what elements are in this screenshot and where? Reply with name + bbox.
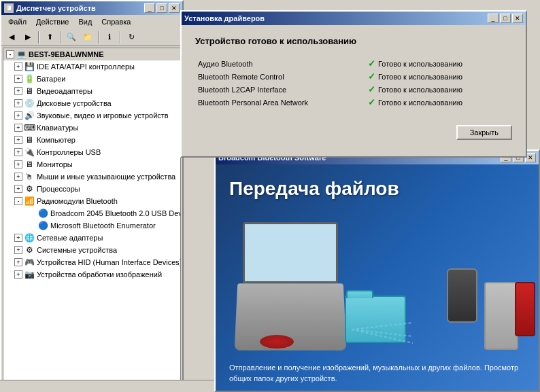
tree-item[interactable]: + 🌐 Сетевые адаптеры [3,232,180,244]
item-label: Батареи [37,75,66,83]
device-status-1: ✓ Готово к использованию [365,70,512,83]
check-icon-3: ✓ [368,97,375,107]
item-label: Устройства обработки изображений [37,270,162,279]
menu-file[interactable]: Файл [4,17,31,26]
tree-item[interactable]: + 🖥 Видеоадаптеры [3,85,180,97]
tree-item-broadcom[interactable]: 🔵 Broadcom 2045 Bluetooth 2.0 USB Device [3,207,180,219]
menu-bar: Файл Действие Вид Справка [1,15,182,29]
device-icon: 🖥 [24,159,35,170]
tree-item[interactable]: + ⚙ Процессоры [3,183,180,195]
device-icon: ⚙ [24,183,35,194]
item-label: Звуковые, видео и игровые устройств [37,111,169,120]
expand-icon[interactable]: + [14,99,22,107]
driver-maximize[interactable]: □ [500,14,511,23]
expand-icon[interactable]: + [14,234,22,242]
tree-item[interactable]: + 🔋 Батареи [3,73,180,85]
item-label: Компьютер [37,136,75,144]
item-label: Контроллеры USB [37,148,101,156]
svg-line-0 [352,323,413,329]
expand-icon[interactable]: + [14,111,22,120]
expand-icon[interactable]: + [14,75,22,83]
broadcom-content: Передача файлов Отправление и получение … [216,164,539,391]
device-name-3: Bluetooth Personal Area Network [195,96,365,109]
item-label: Радиомодули Bluetooth [37,197,118,205]
driver-row-1: Bluetooth Remote Control ✓ Готово к испо… [195,70,512,83]
close-button-dm[interactable]: ✕ [169,3,180,13]
device-icon: 🔊 [24,110,35,121]
expand-icon[interactable]: + [14,136,22,144]
driver-minimize[interactable]: _ [488,14,499,23]
expand-icon[interactable]: + [14,185,22,193]
titlebar-buttons: _ □ ✕ [144,3,180,13]
up-button[interactable]: ⬆ [42,31,57,44]
driver-close[interactable]: ✕ [512,14,523,23]
properties-button[interactable]: ℹ [102,31,117,44]
expand-icon[interactable]: + [14,173,22,181]
tree-item-bluetooth[interactable]: - 📶 Радиомодули Bluetooth [3,195,180,207]
separator2 [60,31,61,43]
expand-icon[interactable]: + [14,124,22,132]
driver-header: Устройство готово к использованию [195,36,512,46]
device-name-1: Bluetooth Remote Control [195,70,365,83]
driver-row-3: Bluetooth Personal Area Network ✓ Готово… [195,96,512,109]
back-button[interactable]: ◀ [4,31,19,44]
expand-icon[interactable]: + [14,63,22,71]
item-label: Процессоры [37,185,80,193]
root-expand[interactable]: - [6,50,14,58]
driver-row-0: Аудио Bluetooth ✓ Готово к использованию [195,57,512,70]
close-driver-button[interactable]: Закрыть [456,125,512,140]
tree-item[interactable]: + 🔌 Контроллеры USB [3,146,180,158]
driver-title: Установка драйверов [184,14,265,22]
refresh-button[interactable]: ↻ [124,31,139,44]
item-label: Microsoft Bluetooth Enumerator [50,221,156,230]
device-icon: ⚙ [24,245,35,255]
device-3 [515,282,535,336]
broadcom-description: Отправление и получение изображений, муз… [229,363,525,384]
tree-item[interactable]: + 💾 IDE ATA/ATAPI контроллеры [3,60,180,73]
menu-help[interactable]: Справка [97,17,135,26]
folder-tab [346,290,373,298]
check-icon-2: ✓ [368,84,375,94]
tree-item[interactable]: + 🖱 Мыши и иные указывающие устройства [3,171,180,183]
device-tree[interactable]: - 💻 BEST-9EBALWNMNE + 💾 IDE ATA/ATAPI ко… [3,48,181,392]
toolbar: ◀ ▶ ⬆ 🔍 📁 ℹ ↻ [1,29,182,46]
expand-icon[interactable]: + [14,87,22,95]
tree-item[interactable]: + 🖥 Мониторы [3,158,180,171]
expand-icon[interactable]: + [14,258,22,266]
driver-footer: Закрыть [195,122,512,145]
folder-button[interactable]: 📁 [80,31,95,44]
device-icon: 🖥 [24,135,35,145]
minimize-button[interactable]: _ [144,3,155,13]
tree-item[interactable]: + 💿 Дисковые устройства [3,97,180,109]
expand-icon[interactable]: - [14,197,22,205]
bluetooth-icon: 📶 [24,196,35,207]
expand-icon[interactable]: + [14,246,22,254]
connection-lines [345,302,515,357]
tree-item[interactable]: + 🎮 Устройства HID (Human Interface Devi… [3,256,180,268]
item-label: IDE ATA/ATAPI контроллеры [37,63,135,71]
device-manager-window: 🖥 Диспетчер устройств _ □ ✕ Файл Действи… [0,0,184,392]
tree-item[interactable]: + ⚙ Системные устройства [3,244,180,256]
driver-row-2: Bluetooth L2CAP Interface ✓ Готово к исп… [195,83,512,96]
menu-action[interactable]: Действие [32,17,73,26]
expand-icon[interactable]: + [14,160,22,168]
tree-item[interactable]: + 📷 Устройства обработки изображений [3,268,180,281]
forward-button[interactable]: ▶ [20,31,35,44]
tree-item[interactable]: + 🖥 Компьютер [3,134,180,146]
device-status-3: ✓ Готово к использованию [365,96,512,109]
tree-item[interactable]: + 🔊 Звуковые, видео и игровые устройств [3,109,180,122]
maximize-button[interactable]: □ [156,3,167,13]
search-button[interactable]: 🔍 [64,31,79,44]
item-label: Дисковые устройства [37,99,112,107]
device-status-2: ✓ Готово к использованию [365,83,512,96]
root-label: BEST-9EBALWNMNE [29,50,104,58]
tree-root[interactable]: - 💻 BEST-9EBALWNMNE [3,48,180,60]
laptop-illustration [222,248,358,357]
tree-item[interactable]: + ⌨ Клавиатуры [3,122,180,134]
broadcom-heading: Передача файлов [216,164,539,207]
device-icon: 🖥 [24,86,35,96]
expand-icon[interactable]: + [14,270,22,279]
expand-icon[interactable]: + [14,148,22,156]
tree-item-microsoft-bt[interactable]: 🔵 Microsoft Bluetooth Enumerator [3,219,180,232]
menu-view[interactable]: Вид [74,17,96,26]
